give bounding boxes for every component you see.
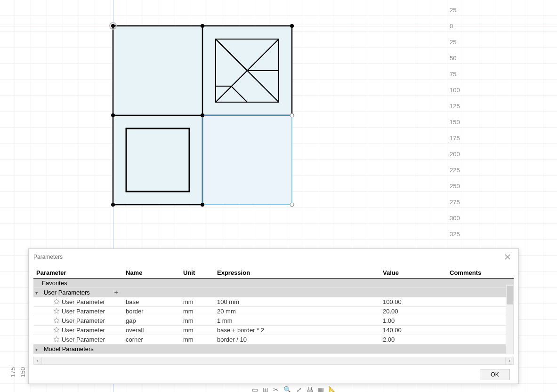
cell-unit[interactable]: mm: [180, 335, 214, 344]
cell-name[interactable]: overall: [123, 326, 180, 335]
section-favorites[interactable]: Favorites: [33, 279, 514, 288]
svg-marker-21: [54, 318, 59, 323]
scrollbar-thumb[interactable]: [507, 286, 513, 304]
section-model-parameters[interactable]: ▾ Model Parameters: [33, 344, 514, 354]
svg-point-12: [111, 203, 115, 207]
dialog-footer: OK: [29, 365, 518, 384]
tool-icon[interactable]: ▦: [318, 386, 324, 392]
dialog-title: Parameters: [33, 254, 501, 260]
star-icon[interactable]: [53, 308, 60, 314]
star-icon[interactable]: [53, 327, 60, 333]
col-header-name[interactable]: Name: [123, 267, 180, 279]
cell-comments[interactable]: [447, 307, 514, 316]
cell-name[interactable]: gap: [123, 316, 180, 326]
cell-value[interactable]: 2.00: [380, 335, 447, 344]
tool-icon[interactable]: ⊞: [263, 386, 268, 392]
cell-unit[interactable]: mm: [180, 326, 214, 335]
svg-point-10: [111, 113, 115, 117]
svg-point-9: [290, 24, 294, 28]
scroll-right-button[interactable]: ›: [505, 357, 513, 364]
svg-marker-22: [54, 327, 59, 332]
close-button[interactable]: [501, 251, 514, 263]
cell-value[interactable]: 140.00: [380, 326, 447, 335]
cell-comments[interactable]: [447, 316, 514, 326]
cell-name[interactable]: border: [123, 307, 180, 316]
dialog-titlebar[interactable]: Parameters: [29, 249, 518, 264]
col-header-parameter[interactable]: Parameter: [33, 267, 123, 279]
parameters-table[interactable]: Parameter Name Unit Expression Value Com…: [33, 267, 514, 354]
tool-icon[interactable]: ✂: [273, 386, 279, 392]
tool-icon[interactable]: 🔍: [283, 386, 291, 392]
row-label: User Parameter: [62, 308, 105, 315]
sketch-region-br[interactable]: [202, 115, 292, 205]
chevron-down-icon[interactable]: ▾: [35, 347, 40, 352]
cell-value[interactable]: 20.00: [380, 307, 447, 316]
svg-point-8: [201, 24, 204, 28]
vertical-scrollbar[interactable]: [506, 284, 514, 354]
cell-comments[interactable]: [447, 326, 514, 335]
star-icon[interactable]: [53, 336, 60, 343]
table-row[interactable]: User Parameteroverallmmbase + border * 2…: [33, 326, 514, 335]
cell-name[interactable]: base: [123, 297, 180, 307]
col-header-comments[interactable]: Comments: [447, 267, 514, 279]
table-header-row: Parameter Name Unit Expression Value Com…: [33, 267, 514, 279]
cell-expression[interactable]: border / 10: [214, 335, 380, 344]
cell-unit[interactable]: mm: [180, 307, 214, 316]
cell-expression[interactable]: base + border * 2: [214, 326, 380, 335]
tool-icon[interactable]: 🖶: [307, 386, 313, 392]
close-icon: [505, 254, 510, 260]
cell-name[interactable]: corner: [123, 335, 180, 344]
row-label: User Parameter: [62, 327, 105, 334]
section-user-parameters[interactable]: ▾ User Parameters +: [33, 288, 514, 297]
scroll-left-button[interactable]: ‹: [34, 357, 42, 364]
cell-value[interactable]: 100.00: [380, 297, 447, 307]
table-row[interactable]: User Parametercornermmborder / 102.00: [33, 335, 514, 344]
svg-marker-19: [54, 299, 59, 304]
section-label: Model Parameters: [44, 345, 94, 352]
table-row[interactable]: User Parameterbordermm20 mm20.00: [33, 307, 514, 316]
cell-unit[interactable]: mm: [180, 316, 214, 326]
cell-value[interactable]: 1.00: [380, 316, 447, 326]
svg-point-11: [201, 113, 204, 117]
section-label: Favorites: [42, 280, 67, 287]
svg-point-7: [111, 24, 115, 28]
row-label: User Parameter: [62, 317, 105, 324]
svg-marker-23: [54, 336, 59, 342]
col-header-unit[interactable]: Unit: [180, 267, 214, 279]
col-header-value[interactable]: Value: [380, 267, 447, 279]
chevron-down-icon[interactable]: ▾: [35, 290, 40, 296]
svg-marker-20: [54, 308, 59, 313]
bottom-toolbar[interactable]: ▭ ⊞ ✂ 🔍 ⤢ 🖶 ▦ 📐: [252, 386, 337, 392]
table-row[interactable]: User Parametergapmm1 mm1.00: [33, 316, 514, 326]
cell-expression[interactable]: 1 mm: [214, 316, 380, 326]
cell-unit[interactable]: mm: [180, 297, 214, 307]
star-icon[interactable]: [53, 298, 60, 305]
tool-icon[interactable]: 📐: [329, 386, 337, 392]
col-header-expression[interactable]: Expression: [214, 267, 380, 279]
cell-comments[interactable]: [447, 335, 514, 344]
tool-icon[interactable]: ⤢: [296, 386, 302, 392]
parameters-dialog: Parameters Parameter Name Unit Expressio…: [28, 248, 519, 384]
section-label: User Parameters: [44, 289, 90, 296]
cell-expression[interactable]: 20 mm: [214, 307, 380, 316]
cell-comments[interactable]: [447, 297, 514, 307]
star-icon[interactable]: [53, 317, 60, 324]
svg-point-14: [290, 113, 294, 117]
tool-icon[interactable]: ▭: [252, 386, 258, 392]
svg-point-15: [290, 203, 294, 207]
cell-expression[interactable]: 100 mm: [214, 297, 380, 307]
dialog-body: Parameter Name Unit Expression Value Com…: [29, 264, 518, 354]
horizontal-scrollbar[interactable]: ‹ ›: [33, 357, 514, 365]
table-row[interactable]: User Parameterbasemm100 mm100.00: [33, 297, 514, 307]
row-label: User Parameter: [62, 336, 105, 343]
ok-button[interactable]: OK: [480, 369, 510, 380]
row-label: User Parameter: [62, 298, 105, 305]
svg-point-13: [201, 203, 204, 207]
add-parameter-button[interactable]: +: [113, 289, 120, 296]
